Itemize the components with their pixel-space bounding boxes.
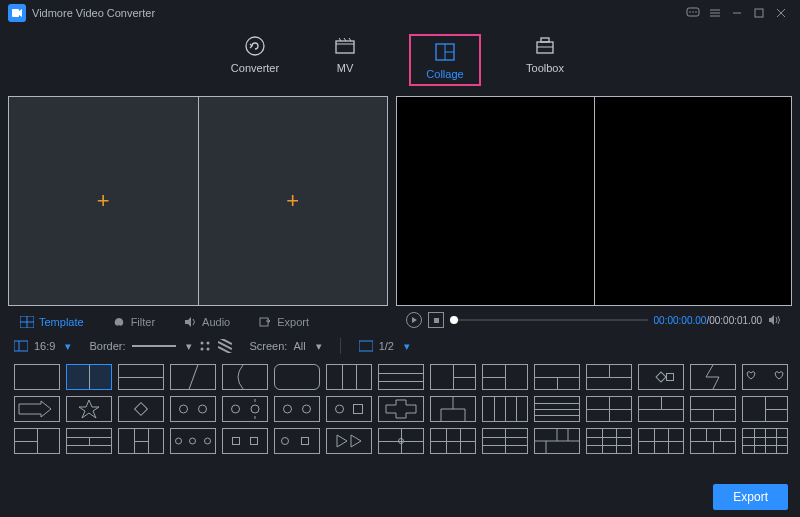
- template-3circ[interactable]: [170, 428, 216, 454]
- app-logo: [8, 4, 26, 22]
- export-button[interactable]: Export: [713, 484, 788, 510]
- template-circ-sq[interactable]: [326, 396, 372, 422]
- template-3x3[interactable]: [586, 428, 632, 454]
- template-hex[interactable]: [638, 364, 684, 390]
- template-zig[interactable]: [690, 364, 736, 390]
- template-3x2b[interactable]: [638, 428, 684, 454]
- tab-filter[interactable]: Filter: [106, 312, 161, 332]
- template-puzzle[interactable]: [378, 428, 424, 454]
- aspect-ratio-select[interactable]: 16:9 ▾: [14, 340, 71, 353]
- template-2x3[interactable]: [482, 428, 528, 454]
- template-diamond[interactable]: [118, 396, 164, 422]
- tab-template[interactable]: Template: [14, 312, 90, 332]
- template-2v[interactable]: [66, 364, 112, 390]
- template-u[interactable]: [430, 396, 476, 422]
- template-rounded[interactable]: [274, 364, 320, 390]
- template-2h-vb[interactable]: [690, 396, 736, 422]
- template-grid: [0, 364, 800, 454]
- chevron-down-icon: ▾: [404, 340, 410, 353]
- tab-audio[interactable]: Audio: [177, 312, 236, 332]
- svg-point-2: [689, 11, 691, 13]
- split-select[interactable]: 1/2 ▾: [359, 340, 410, 353]
- template-2circ-sun[interactable]: [222, 396, 268, 422]
- template-circ-sq2[interactable]: [274, 428, 320, 454]
- template-2h[interactable]: [118, 364, 164, 390]
- svg-rect-38: [359, 341, 373, 351]
- template-star[interactable]: [66, 396, 112, 422]
- svg-point-39: [251, 405, 259, 413]
- template-2circ-a[interactable]: [170, 396, 216, 422]
- template-4x3[interactable]: [742, 428, 788, 454]
- template-3v-mid[interactable]: [118, 428, 164, 454]
- template-1-2t[interactable]: [586, 364, 632, 390]
- template-4h[interactable]: [534, 396, 580, 422]
- border-style-select[interactable]: ▾: [132, 340, 192, 353]
- template-2h-vt[interactable]: [638, 396, 684, 422]
- nav-converter[interactable]: Converter: [229, 34, 281, 86]
- svg-rect-9: [755, 9, 763, 17]
- template-curve[interactable]: [222, 364, 268, 390]
- nav-mv[interactable]: MV: [319, 34, 371, 86]
- maximize-icon[interactable]: [748, 2, 770, 24]
- app-title: Vidmore Video Converter: [32, 7, 155, 19]
- svg-point-3: [692, 11, 694, 13]
- preview-panel: [396, 96, 792, 306]
- stop-button[interactable]: [428, 312, 444, 328]
- template-3h[interactable]: [378, 364, 424, 390]
- close-icon[interactable]: [770, 2, 792, 24]
- template-cross[interactable]: [378, 396, 424, 422]
- svg-point-34: [206, 348, 209, 351]
- template-hearts[interactable]: [742, 364, 788, 390]
- collage-slot-2[interactable]: +: [199, 97, 388, 305]
- template-windmill[interactable]: [534, 428, 580, 454]
- tab-export[interactable]: Export: [252, 312, 315, 332]
- template-3x2a[interactable]: [430, 428, 476, 454]
- collage-editor: + +: [8, 96, 388, 306]
- template-3h-mid[interactable]: [66, 428, 112, 454]
- screen-select[interactable]: Screen: All ▾: [250, 340, 322, 353]
- collage-slot-1[interactable]: +: [9, 97, 199, 305]
- svg-rect-0: [12, 9, 19, 17]
- svg-rect-29: [14, 341, 28, 351]
- border-color-select[interactable]: [198, 339, 212, 353]
- seek-knob[interactable]: [450, 316, 458, 324]
- template-1-2r[interactable]: [430, 364, 476, 390]
- template-diag[interactable]: [170, 364, 216, 390]
- template-options: 16:9 ▾ Border: ▾ Screen: All ▾ 1/2 ▾: [0, 332, 800, 364]
- border-option: Border: ▾: [89, 339, 231, 353]
- menu-icon[interactable]: [704, 2, 726, 24]
- play-button[interactable]: [406, 312, 422, 328]
- svg-rect-13: [336, 41, 354, 53]
- template-single[interactable]: [14, 364, 60, 390]
- minimize-icon[interactable]: [726, 2, 748, 24]
- chevron-down-icon: ▾: [316, 340, 322, 353]
- seek-slider[interactable]: [450, 319, 648, 321]
- add-icon: +: [97, 188, 110, 214]
- svg-rect-22: [541, 38, 549, 42]
- template-arrow[interactable]: [14, 396, 60, 422]
- template-2v-hl[interactable]: [14, 428, 60, 454]
- template-2v-hr[interactable]: [742, 396, 788, 422]
- main-nav: Converter MV Collage Toolbox: [0, 26, 800, 96]
- svg-point-4: [695, 11, 697, 13]
- template-2x2[interactable]: [586, 396, 632, 422]
- volume-icon[interactable]: [768, 314, 782, 326]
- workspace: + +: [0, 96, 800, 306]
- svg-point-31: [200, 342, 203, 345]
- svg-point-12: [246, 37, 264, 55]
- template-2circ-b[interactable]: [274, 396, 320, 422]
- template-play[interactable]: [326, 428, 372, 454]
- template-1-2b[interactable]: [534, 364, 580, 390]
- template-1-2l[interactable]: [482, 364, 528, 390]
- template-brick[interactable]: [690, 428, 736, 454]
- template-4v[interactable]: [482, 396, 528, 422]
- feedback-icon[interactable]: [682, 2, 704, 24]
- nav-toolbox[interactable]: Toolbox: [519, 34, 571, 86]
- svg-rect-27: [260, 318, 268, 326]
- svg-rect-28: [434, 318, 439, 323]
- add-icon: +: [286, 188, 299, 214]
- nav-collage[interactable]: Collage: [419, 40, 471, 80]
- template-sq-circ[interactable]: [222, 428, 268, 454]
- template-3v[interactable]: [326, 364, 372, 390]
- border-pattern-select[interactable]: [218, 339, 232, 353]
